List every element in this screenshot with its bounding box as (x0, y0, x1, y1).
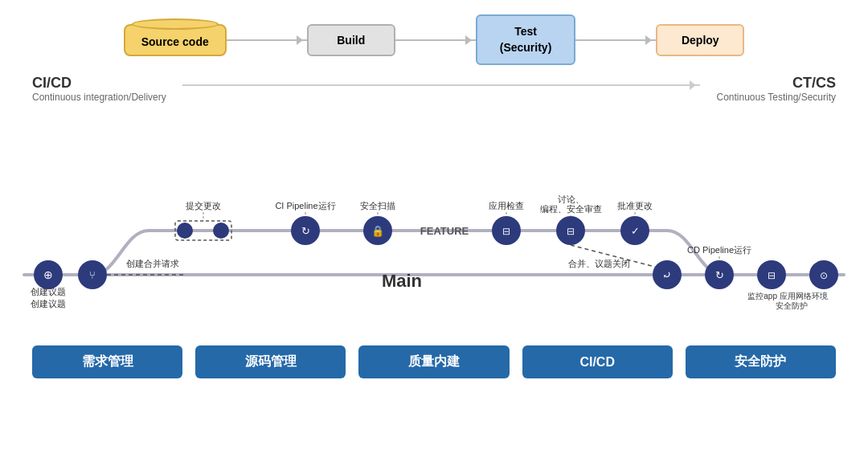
requirements-button[interactable]: 需求管理 (32, 345, 182, 378)
create-merge-label: 创建合并请求 (126, 259, 179, 268)
build-label: Build (337, 34, 365, 47)
cicd-button[interactable]: CI/CD (522, 345, 673, 378)
svg-text:安全防护: 安全防护 (776, 301, 808, 310)
svg-text:✓: ✓ (631, 225, 640, 237)
cicd-left-label: CI/CD Continuous integration/Delivery (32, 75, 166, 103)
source-code-label: Source code (141, 35, 209, 48)
svg-text:⤾: ⤾ (662, 268, 672, 281)
top-pipeline: Source code Build Test(Security) Deploy (0, 0, 868, 73)
security-button[interactable]: 安全防护 (686, 345, 836, 378)
quality-button[interactable]: 质量内建 (358, 345, 509, 378)
diagram-area: ⊕ 创建议题 ⤾ ↻ ⊟ ⊙ ↻ 🔒 FEATURE ⊟ ⊟ (0, 106, 868, 339)
feature-label: FEATURE (420, 225, 469, 237)
svg-text:🔒: 🔒 (371, 224, 385, 238)
monitor-label: 监控app 应用网络环境 (747, 292, 827, 300)
main-label: Main (382, 271, 422, 291)
svg-text:⊟: ⊟ (567, 226, 575, 237)
svg-text:↻: ↻ (301, 225, 310, 237)
svg-text:⊕: ⊕ (43, 268, 53, 281)
test-node: Test(Security) (476, 14, 576, 65)
create-issue-text: 创建议题 (31, 299, 66, 309)
security-scan-label: 安全扫描 (360, 201, 395, 210)
deploy-label: Deploy (682, 34, 719, 47)
cicd-subtitle: Continuous integration/Delivery (32, 92, 166, 103)
cicd-section: CI/CD Continuous integration/Delivery CT… (0, 73, 868, 103)
svg-text:⊟: ⊟ (502, 226, 510, 237)
commit-node-1 (177, 223, 193, 239)
ctcs-title: CT/CS (716, 75, 836, 92)
arrow-2 (395, 39, 476, 41)
commit-node-2 (213, 223, 229, 239)
svg-text:⊙: ⊙ (820, 270, 828, 281)
arrow-1 (227, 39, 307, 41)
ctcs-right-label: CT/CS Continuous Testing/Security (716, 75, 836, 103)
svg-text:编程、安全审查: 编程、安全审查 (540, 204, 602, 214)
approve-label: 批准更改 (617, 201, 653, 210)
arrow-3 (575, 39, 656, 41)
create-issue-label: 创建议题 (31, 287, 66, 296)
ctcs-subtitle: Continuous Testing/Security (716, 92, 836, 103)
bottom-buttons: 需求管理 源码管理 质量内建 CI/CD 安全防护 (0, 339, 868, 385)
svg-text:↻: ↻ (715, 269, 724, 281)
cicd-title: CI/CD (32, 75, 166, 92)
app-check-label: 应用检查 (489, 201, 524, 210)
source-code-node: Source code (124, 24, 227, 56)
cd-pipeline-label: CD Pipeline运行 (687, 245, 751, 255)
ci-pipeline-label: CI Pipeline运行 (275, 201, 335, 210)
discuss-label: 讨论、 (558, 194, 584, 204)
deploy-node: Deploy (656, 24, 744, 56)
cicd-arrow (182, 84, 701, 86)
svg-text:⑂: ⑂ (89, 269, 96, 281)
merge-close-label: 合并、议题关闭 (568, 259, 630, 268)
build-node: Build (307, 24, 395, 56)
test-label: Test(Security) (500, 25, 552, 54)
svg-text:⊟: ⊟ (768, 270, 776, 281)
commit-label: 提交更改 (186, 201, 221, 210)
source-mgmt-button[interactable]: 源码管理 (195, 345, 346, 378)
